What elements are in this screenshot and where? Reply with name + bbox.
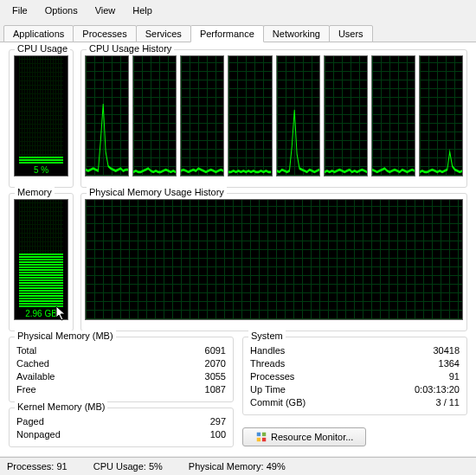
tab-networking[interactable]: Networking [263,25,330,42]
status-memory: Physical Memory: 49% [189,461,286,472]
cpu-core-chart-7 [419,55,463,177]
free-value: 1087 [205,383,226,396]
resource-monitor-button[interactable]: Resource Monitor... [242,427,366,446]
cpu-core-chart-4 [276,55,320,177]
kernel-memory-title: Kernel Memory (MB) [15,401,107,412]
system-title: System [248,331,286,341]
status-bar: Processes: 91 CPU Usage: 5% Physical Mem… [0,457,476,475]
threads-label: Threads [250,357,285,370]
handles-value: 30418 [433,344,460,357]
processes-label: Processes [250,370,294,383]
nonpaged-label: Nonpaged [16,428,61,441]
free-label: Free [16,383,36,396]
cpu-core-chart-0 [85,55,129,177]
cpu-core-chart-1 [132,55,177,177]
tab-bar: Applications Processes Services Performa… [0,21,476,42]
resource-monitor-label: Resource Monitor... [271,432,353,442]
threads-value: 1364 [439,357,460,370]
memory-meter: 2.96 GB [14,199,68,320]
commit-value: 3 / 11 [435,396,460,409]
paged-value: 297 [210,415,226,428]
kernel-memory-group: Kernel Memory (MB) Paged297 Nonpaged100 [9,408,234,447]
menu-file[interactable]: File [3,2,36,19]
cpu-meter: 5 % [14,55,68,177]
system-group: System Handles30418 Threads1364 Processe… [242,337,467,415]
cpu-usage-title: CPU Usage [15,43,70,54]
cached-value: 2070 [205,357,226,370]
status-processes: Processes: 91 [7,461,68,472]
tab-performance[interactable]: Performance [190,25,264,42]
tab-applications[interactable]: Applications [3,25,74,42]
menu-options[interactable]: Options [36,2,87,19]
mem-history-title: Physical Memory Usage History [87,187,227,197]
resource-monitor-icon [255,431,267,443]
svg-rect-3 [262,438,266,441]
svg-rect-2 [257,438,261,441]
handles-label: Handles [250,344,285,357]
cpu-history-grid [85,55,463,177]
cpu-core-chart-2 [180,55,224,177]
cpu-meter-label: 5 % [15,164,68,176]
physical-memory-group: Physical Memory (MB) Total6091 Cached207… [9,337,234,402]
cpu-usage-group: CPU Usage 5 % [9,49,74,188]
mem-history-chart [85,199,463,320]
total-value: 6091 [205,344,226,357]
paged-label: Paged [16,415,44,428]
nonpaged-value: 100 [210,428,226,441]
uptime-value: 0:03:13:20 [415,383,460,396]
tab-processes[interactable]: Processes [73,25,136,42]
svg-rect-0 [257,433,261,436]
tab-users[interactable]: Users [329,25,373,42]
svg-rect-1 [262,433,266,436]
tab-services[interactable]: Services [136,25,191,42]
cpu-core-chart-6 [371,55,415,177]
physical-memory-title: Physical Memory (MB) [15,331,116,341]
menu-help[interactable]: Help [124,2,161,19]
menu-bar: File Options View Help [0,0,476,21]
menu-view[interactable]: View [87,2,125,19]
memory-title: Memory [15,187,55,197]
uptime-label: Up Time [250,383,286,396]
commit-label: Commit (GB) [250,396,306,409]
status-cpu: CPU Usage: 5% [93,461,163,472]
processes-value: 91 [449,370,460,383]
available-value: 3055 [205,370,226,383]
cursor-icon [55,305,68,321]
available-label: Available [16,370,55,383]
cpu-core-chart-5 [324,55,368,177]
mem-history-group: Physical Memory Usage History [80,193,467,331]
cpu-core-chart-3 [228,55,272,177]
performance-panel: CPU Usage 5 % CPU Usage History Memory 2… [0,42,476,456]
total-label: Total [16,344,36,357]
cached-label: Cached [16,357,49,370]
cpu-history-group: CPU Usage History [80,49,467,188]
cpu-history-title: CPU Usage History [87,43,174,54]
